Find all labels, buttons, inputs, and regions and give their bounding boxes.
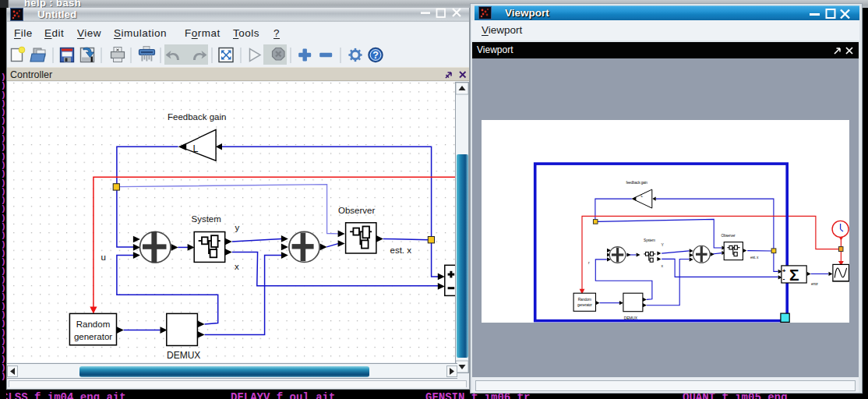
svg-text:DEMUX: DEMUX — [624, 316, 638, 320]
svg-text:feedback gain: feedback gain — [626, 181, 648, 185]
svg-text:L: L — [193, 143, 199, 154]
svg-text:x: x — [662, 263, 664, 268]
svg-text:r: r — [588, 260, 590, 265]
svg-text:Y: Y — [662, 242, 665, 247]
svg-text:Random: Random — [76, 320, 110, 329]
svg-text:L: L — [641, 194, 644, 198]
svg-text:generator: generator — [577, 303, 592, 307]
svg-text:est. x: est. x — [750, 256, 759, 260]
svg-text:generator: generator — [74, 332, 112, 341]
svg-text:y: y — [235, 223, 240, 232]
svg-text:u: u — [101, 252, 106, 262]
svg-text:System: System — [192, 214, 221, 224]
svg-text:+: + — [782, 267, 786, 274]
svg-text:-: - — [783, 275, 785, 283]
svg-text:x: x — [235, 262, 239, 271]
svg-text:System: System — [644, 238, 655, 242]
svg-text:error: error — [811, 282, 818, 286]
svg-text:Observer: Observer — [721, 234, 736, 238]
svg-text:Feedback gain: Feedback gain — [168, 112, 226, 122]
svg-text:Random: Random — [578, 298, 591, 302]
svg-text:Σ: Σ — [789, 266, 799, 284]
svg-text:est. x: est. x — [390, 245, 412, 255]
svg-text:DEMUX: DEMUX — [167, 350, 200, 361]
svg-text:Observer: Observer — [338, 206, 375, 215]
svg-text:?: ? — [372, 50, 379, 61]
